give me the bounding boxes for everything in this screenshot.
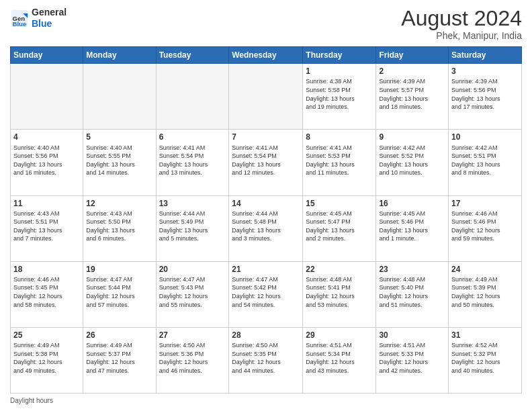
calendar-cell: 23Sunrise: 4:48 AM Sunset: 5:40 PM Dayli… — [376, 261, 449, 327]
calendar-cell: 28Sunrise: 4:50 AM Sunset: 5:35 PM Dayli… — [229, 327, 303, 393]
calendar-cell — [229, 64, 303, 130]
day-info: Sunrise: 4:43 AM Sunset: 5:51 PM Dayligh… — [13, 210, 80, 243]
day-info: Sunrise: 4:47 AM Sunset: 5:42 PM Dayligh… — [232, 275, 300, 309]
calendar-week-row: 18Sunrise: 4:46 AM Sunset: 5:45 PM Dayli… — [11, 261, 522, 327]
calendar-cell: 8Sunrise: 4:41 AM Sunset: 5:53 PM Daylig… — [303, 130, 376, 195]
calendar-cell: 12Sunrise: 4:43 AM Sunset: 5:50 PM Dayli… — [83, 195, 156, 261]
day-number: 30 — [379, 330, 445, 340]
calendar-cell: 5Sunrise: 4:40 AM Sunset: 5:55 PM Daylig… — [83, 130, 156, 195]
day-number: 26 — [86, 330, 152, 340]
day-number: 18 — [13, 264, 80, 275]
calendar-cell: 18Sunrise: 4:46 AM Sunset: 5:45 PM Dayli… — [11, 261, 83, 327]
calendar-cell — [156, 64, 229, 130]
footer: Daylight hours — [10, 397, 522, 404]
day-info: Sunrise: 4:45 AM Sunset: 5:46 PM Dayligh… — [379, 210, 445, 243]
day-info: Sunrise: 4:50 AM Sunset: 5:36 PM Dayligh… — [159, 341, 226, 375]
weekday-header: Wednesday — [229, 47, 303, 64]
day-number: 31 — [451, 330, 519, 340]
day-info: Sunrise: 4:39 AM Sunset: 5:57 PM Dayligh… — [379, 77, 445, 111]
weekday-header: Thursday — [303, 47, 376, 64]
day-number: 15 — [306, 198, 373, 209]
title-block: August 2024 Phek, Manipur, India — [401, 7, 522, 41]
calendar-cell: 13Sunrise: 4:44 AM Sunset: 5:49 PM Dayli… — [156, 195, 229, 261]
day-number: 7 — [232, 132, 300, 142]
calendar-cell: 2Sunrise: 4:39 AM Sunset: 5:57 PM Daylig… — [376, 64, 449, 130]
calendar-cell: 1Sunrise: 4:38 AM Sunset: 5:58 PM Daylig… — [303, 64, 376, 130]
day-number: 6 — [159, 132, 226, 142]
header: Gen Blue General Blue August 2024 Phek, … — [10, 7, 522, 41]
calendar-cell: 26Sunrise: 4:49 AM Sunset: 5:37 PM Dayli… — [83, 327, 156, 393]
logo-general: General — [32, 7, 66, 18]
day-info: Sunrise: 4:44 AM Sunset: 5:49 PM Dayligh… — [159, 210, 226, 243]
day-number: 14 — [232, 198, 300, 209]
calendar-cell: 17Sunrise: 4:46 AM Sunset: 5:46 PM Dayli… — [449, 195, 522, 261]
day-number: 17 — [451, 198, 519, 209]
calendar-cell: 9Sunrise: 4:42 AM Sunset: 5:52 PM Daylig… — [376, 130, 449, 195]
month-year: August 2024 — [401, 7, 522, 30]
day-info: Sunrise: 4:51 AM Sunset: 5:33 PM Dayligh… — [379, 341, 445, 375]
location: Phek, Manipur, India — [401, 30, 522, 41]
day-number: 22 — [306, 264, 373, 275]
day-number: 28 — [232, 330, 300, 340]
weekday-header: Friday — [376, 47, 449, 64]
calendar-cell: 21Sunrise: 4:47 AM Sunset: 5:42 PM Dayli… — [229, 261, 303, 327]
day-number: 2 — [379, 66, 445, 77]
calendar-cell: 29Sunrise: 4:51 AM Sunset: 5:34 PM Dayli… — [303, 327, 376, 393]
calendar-week-row: 1Sunrise: 4:38 AM Sunset: 5:58 PM Daylig… — [11, 64, 522, 130]
calendar-cell: 10Sunrise: 4:42 AM Sunset: 5:51 PM Dayli… — [449, 130, 522, 195]
day-info: Sunrise: 4:39 AM Sunset: 5:56 PM Dayligh… — [451, 77, 519, 111]
day-info: Sunrise: 4:41 AM Sunset: 5:54 PM Dayligh… — [232, 144, 300, 177]
day-number: 10 — [451, 132, 519, 142]
calendar-cell: 14Sunrise: 4:44 AM Sunset: 5:48 PM Dayli… — [229, 195, 303, 261]
calendar-cell — [83, 64, 156, 130]
day-number: 1 — [306, 66, 373, 77]
day-info: Sunrise: 4:49 AM Sunset: 5:38 PM Dayligh… — [13, 341, 80, 375]
calendar-header-row: SundayMondayTuesdayWednesdayThursdayFrid… — [11, 47, 522, 64]
day-number: 23 — [379, 264, 445, 275]
calendar-cell — [11, 64, 83, 130]
day-info: Sunrise: 4:45 AM Sunset: 5:47 PM Dayligh… — [306, 210, 373, 243]
day-number: 5 — [86, 132, 152, 142]
day-info: Sunrise: 4:38 AM Sunset: 5:58 PM Dayligh… — [306, 77, 373, 111]
calendar-table: SundayMondayTuesdayWednesdayThursdayFrid… — [10, 46, 522, 394]
calendar-cell: 7Sunrise: 4:41 AM Sunset: 5:54 PM Daylig… — [229, 130, 303, 195]
day-number: 8 — [306, 132, 373, 142]
day-info: Sunrise: 4:41 AM Sunset: 5:53 PM Dayligh… — [306, 144, 373, 177]
logo-text: General Blue — [32, 7, 66, 30]
weekday-header: Tuesday — [156, 47, 229, 64]
day-number: 4 — [13, 132, 80, 142]
calendar-cell: 27Sunrise: 4:50 AM Sunset: 5:36 PM Dayli… — [156, 327, 229, 393]
day-info: Sunrise: 4:48 AM Sunset: 5:40 PM Dayligh… — [379, 275, 445, 309]
day-number: 25 — [13, 330, 80, 340]
calendar-week-row: 11Sunrise: 4:43 AM Sunset: 5:51 PM Dayli… — [11, 195, 522, 261]
weekday-header: Monday — [83, 47, 156, 64]
day-number: 29 — [306, 330, 373, 340]
day-number: 27 — [159, 330, 226, 340]
calendar-cell: 4Sunrise: 4:40 AM Sunset: 5:56 PM Daylig… — [11, 130, 83, 195]
logo-blue: Blue — [32, 18, 66, 30]
day-info: Sunrise: 4:47 AM Sunset: 5:44 PM Dayligh… — [86, 275, 152, 309]
day-number: 3 — [451, 66, 519, 77]
calendar-week-row: 4Sunrise: 4:40 AM Sunset: 5:56 PM Daylig… — [11, 130, 522, 195]
day-info: Sunrise: 4:42 AM Sunset: 5:51 PM Dayligh… — [451, 144, 519, 177]
logo: Gen Blue General Blue — [10, 7, 66, 30]
calendar-cell: 6Sunrise: 4:41 AM Sunset: 5:54 PM Daylig… — [156, 130, 229, 195]
calendar-cell: 24Sunrise: 4:49 AM Sunset: 5:39 PM Dayli… — [449, 261, 522, 327]
calendar-cell: 31Sunrise: 4:52 AM Sunset: 5:32 PM Dayli… — [449, 327, 522, 393]
day-info: Sunrise: 4:40 AM Sunset: 5:55 PM Dayligh… — [86, 144, 152, 177]
day-number: 19 — [86, 264, 152, 275]
day-info: Sunrise: 4:41 AM Sunset: 5:54 PM Dayligh… — [159, 144, 226, 177]
day-number: 11 — [13, 198, 80, 209]
day-info: Sunrise: 4:46 AM Sunset: 5:45 PM Dayligh… — [13, 275, 80, 309]
calendar-cell: 15Sunrise: 4:45 AM Sunset: 5:47 PM Dayli… — [303, 195, 376, 261]
calendar-cell: 22Sunrise: 4:48 AM Sunset: 5:41 PM Dayli… — [303, 261, 376, 327]
calendar-cell: 11Sunrise: 4:43 AM Sunset: 5:51 PM Dayli… — [11, 195, 83, 261]
day-info: Sunrise: 4:40 AM Sunset: 5:56 PM Dayligh… — [13, 144, 80, 177]
day-info: Sunrise: 4:50 AM Sunset: 5:35 PM Dayligh… — [232, 341, 300, 375]
calendar-cell: 20Sunrise: 4:47 AM Sunset: 5:43 PM Dayli… — [156, 261, 229, 327]
day-info: Sunrise: 4:47 AM Sunset: 5:43 PM Dayligh… — [159, 275, 226, 309]
day-info: Sunrise: 4:49 AM Sunset: 5:37 PM Dayligh… — [86, 341, 152, 375]
day-info: Sunrise: 4:42 AM Sunset: 5:52 PM Dayligh… — [379, 144, 445, 177]
day-number: 16 — [379, 198, 445, 209]
day-info: Sunrise: 4:51 AM Sunset: 5:34 PM Dayligh… — [306, 341, 373, 375]
